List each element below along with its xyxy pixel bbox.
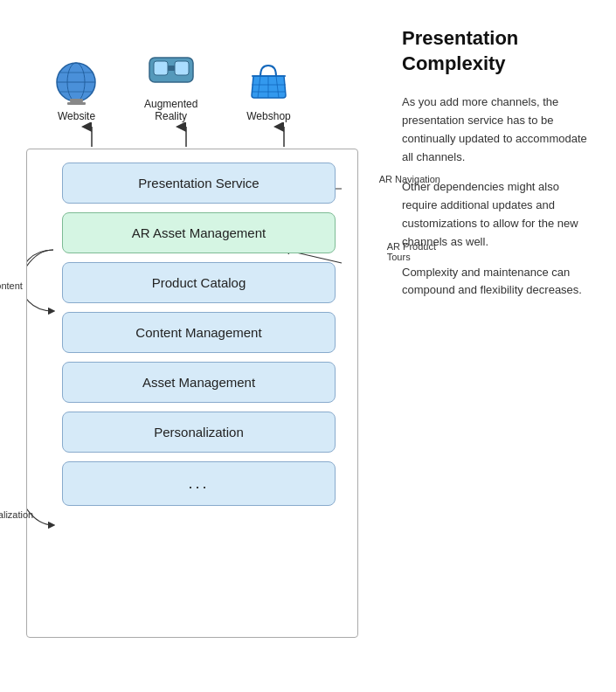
services-box: AR Navigation AR Product Tours AR Conten… — [26, 149, 358, 638]
svg-rect-10 — [168, 66, 175, 71]
ar-personalization-label: AR Personalization — [0, 499, 33, 520]
ar-label: Augmented Reality — [144, 98, 197, 122]
website-icon-item: Website — [52, 59, 100, 122]
text-panel: Presentation Complexity As you add more … — [384, 9, 607, 683]
svg-rect-8 — [154, 61, 168, 75]
ar-navigation-label: AR Navigation — [379, 174, 440, 184]
svg-rect-5 — [70, 99, 83, 102]
website-label: Website — [58, 110, 95, 122]
product-catalog-block: Product Catalog — [62, 262, 336, 303]
ellipsis-block: ... — [62, 461, 336, 506]
presentation-service-block: Presentation Service — [62, 163, 336, 204]
icons-row: Website Augmented Reality — [9, 9, 384, 122]
main-container: Website Augmented Reality — [0, 0, 616, 692]
asset-management-block: Asset Management — [62, 362, 336, 403]
ar-icon — [145, 42, 197, 94]
ar-content-label: AR Content — [0, 280, 23, 291]
top-arrows-svg — [17, 122, 350, 149]
webshop-label: Webshop — [246, 110, 290, 122]
personalization-block: Personalization — [62, 412, 336, 453]
svg-rect-6 — [67, 102, 86, 105]
webshop-icon-item: Webshop — [245, 59, 293, 122]
svg-rect-9 — [175, 61, 189, 75]
content-management-block: Content Management — [62, 312, 336, 353]
panel-title: Presentation Complexity — [402, 26, 594, 76]
paragraph-1: As you add more channels, the presentati… — [402, 93, 594, 166]
webshop-icon — [245, 59, 293, 107]
diagram-area: Website Augmented Reality — [9, 9, 384, 683]
ar-icon-item: Augmented Reality — [144, 42, 197, 122]
website-icon — [52, 59, 100, 107]
ar-asset-management-block: AR Asset Management — [62, 212, 336, 253]
paragraph-3: Complexity and maintenance can compound … — [402, 264, 594, 301]
ar-product-tours-label: AR Product Tours — [387, 241, 436, 262]
